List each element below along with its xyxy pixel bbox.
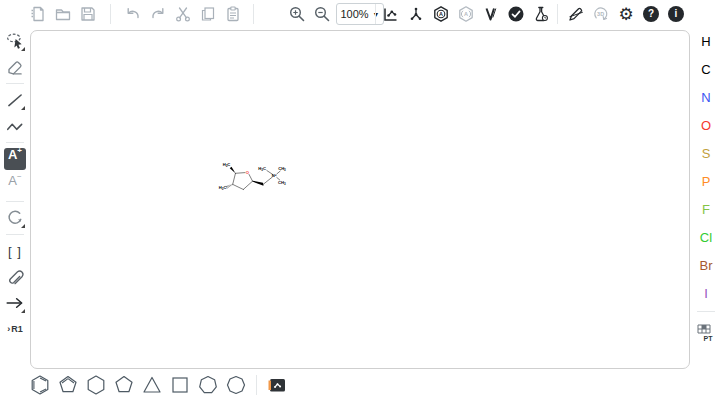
submenu-marker <box>21 224 25 228</box>
attach-button[interactable] <box>4 266 26 288</box>
copy-button[interactable] <box>197 3 219 25</box>
svg-text:PT: PT <box>704 335 714 342</box>
toolbar-separator <box>110 4 111 24</box>
element-p-button[interactable]: P <box>695 170 717 192</box>
periodic-table-icon: PT <box>695 321 717 343</box>
element-i-button[interactable]: I <box>695 282 717 304</box>
element-f-button[interactable]: F <box>695 198 717 220</box>
zoom-in-icon <box>288 5 306 23</box>
zoom-out-icon <box>313 5 331 23</box>
dearomatize-button[interactable]: A <box>455 3 477 25</box>
element-n-button[interactable]: N <box>695 86 717 108</box>
charge-minus-button[interactable]: A− <box>4 174 26 196</box>
hash-wedge-bond <box>226 184 232 188</box>
submenu-marker <box>21 47 25 51</box>
rotate-button[interactable] <box>4 207 26 229</box>
open-folder-icon <box>54 5 72 23</box>
eraser-icon <box>5 57 25 77</box>
redo-icon <box>149 5 167 23</box>
open-button[interactable] <box>52 3 74 25</box>
chain-button[interactable] <box>4 115 26 137</box>
single-bond-button[interactable] <box>4 89 26 111</box>
drawing-canvas[interactable]: H3C O H3C H3C CH3 N+ CH3 <box>30 30 690 369</box>
element-o-button[interactable]: O <box>695 114 717 136</box>
undo-button[interactable] <box>122 3 144 25</box>
cyclopentane-icon <box>112 373 136 397</box>
atom-label-oxygen[interactable]: O <box>246 170 250 175</box>
submenu-marker <box>21 106 25 110</box>
atom-label-n-methyl-upper-left[interactable]: H3C <box>258 166 266 172</box>
template-cyclopentane-button[interactable] <box>112 373 136 397</box>
template-benzene-button[interactable] <box>28 373 52 397</box>
toolbar-divider <box>697 311 715 312</box>
template-cyclohexane-button[interactable] <box>84 373 108 397</box>
atom-label-methyl-left[interactable]: H3C <box>219 185 227 191</box>
zoom-select[interactable]: 100% ▼ <box>336 3 384 25</box>
template-cyclopropane-button[interactable] <box>140 373 164 397</box>
check-structure-button[interactable] <box>505 3 527 25</box>
template-cyclobutane-button[interactable] <box>168 373 192 397</box>
lasso-selection-button[interactable] <box>4 30 26 52</box>
clean-up-button[interactable] <box>405 3 427 25</box>
charge-minus-letter: A <box>8 174 17 187</box>
template-cycloheptane-button[interactable] <box>196 373 220 397</box>
reaction-arrow-button[interactable] <box>4 292 26 314</box>
zoom-out-button[interactable] <box>311 3 333 25</box>
zoom-in-button[interactable] <box>286 3 308 25</box>
3d-viewer-button[interactable]: 3D <box>590 3 612 25</box>
new-document-button[interactable] <box>27 3 49 25</box>
save-button[interactable] <box>77 3 99 25</box>
calculated-values-button[interactable] <box>530 3 552 25</box>
cyclopentadiene-icon <box>56 373 80 397</box>
paste-button[interactable] <box>222 3 244 25</box>
layout-button[interactable] <box>380 3 402 25</box>
cyclobutane-icon <box>168 373 192 397</box>
plus-sign: + <box>17 147 22 155</box>
top-toolbar: 100% ▼ A <box>0 0 720 28</box>
rgroup-label-button[interactable]: ›R1 <box>4 318 26 340</box>
atom-label-n-methyl-lower-right[interactable]: CH3 <box>278 180 286 186</box>
pen-tool-button[interactable] <box>565 3 587 25</box>
check-structure-icon <box>507 5 525 23</box>
file-group <box>27 3 99 25</box>
settings-button[interactable]: ⚙ <box>615 3 637 25</box>
element-h-button[interactable]: H <box>695 30 717 52</box>
cyclopropane-icon <box>140 373 164 397</box>
brackets-glyph: [ ] <box>8 244 22 259</box>
minus-sign: − <box>17 173 22 181</box>
chain-icon <box>5 116 25 136</box>
svg-text:3D: 3D <box>597 11 604 17</box>
atom-label-n-methyl-upper-right[interactable]: CH3 <box>278 166 286 172</box>
save-floppy-icon <box>79 5 97 23</box>
periodic-table-button[interactable]: PT <box>694 319 718 343</box>
element-cl-button[interactable]: Cl <box>695 226 717 248</box>
calculated-values-flask-icon <box>532 5 550 23</box>
pen-slash-icon <box>567 5 585 23</box>
sgroup-brackets-button[interactable]: [ ] <box>4 240 26 262</box>
about-button[interactable]: i <box>665 3 687 25</box>
atom-label-nitrogen[interactable]: N+ <box>272 173 277 179</box>
molecule-structure[interactable]: H3C O H3C H3C CH3 N+ CH3 <box>211 159 391 239</box>
zoom-value: 100% <box>340 8 368 20</box>
element-c-button[interactable]: C <box>695 58 717 80</box>
calculate-cip-icon <box>482 5 500 23</box>
wedge-bond-bold <box>253 181 264 186</box>
charge-plus-button[interactable]: A+ <box>4 148 26 170</box>
template-cyclopentadiene-button[interactable] <box>56 373 80 397</box>
template-cyclooctane-button[interactable] <box>224 373 248 397</box>
dropdown-caret-icon: ▼ <box>373 11 380 18</box>
template-library-button[interactable] <box>265 373 289 397</box>
element-br-button[interactable]: Br <box>695 254 717 276</box>
cut-button[interactable] <box>172 3 194 25</box>
toolbar-separator <box>253 4 254 24</box>
help-button[interactable]: ? <box>640 3 662 25</box>
submenu-marker <box>21 309 25 313</box>
element-toolbar: H C N O S P F Cl Br I PT <box>693 30 719 343</box>
element-s-button[interactable]: S <box>695 142 717 164</box>
aromatize-button[interactable]: A <box>430 3 452 25</box>
redo-button[interactable] <box>147 3 169 25</box>
atom-label-methyl-top[interactable]: H3C <box>223 162 231 168</box>
calculate-cip-button[interactable] <box>480 3 502 25</box>
paste-clipboard-icon <box>224 5 242 23</box>
erase-button[interactable] <box>4 56 26 78</box>
